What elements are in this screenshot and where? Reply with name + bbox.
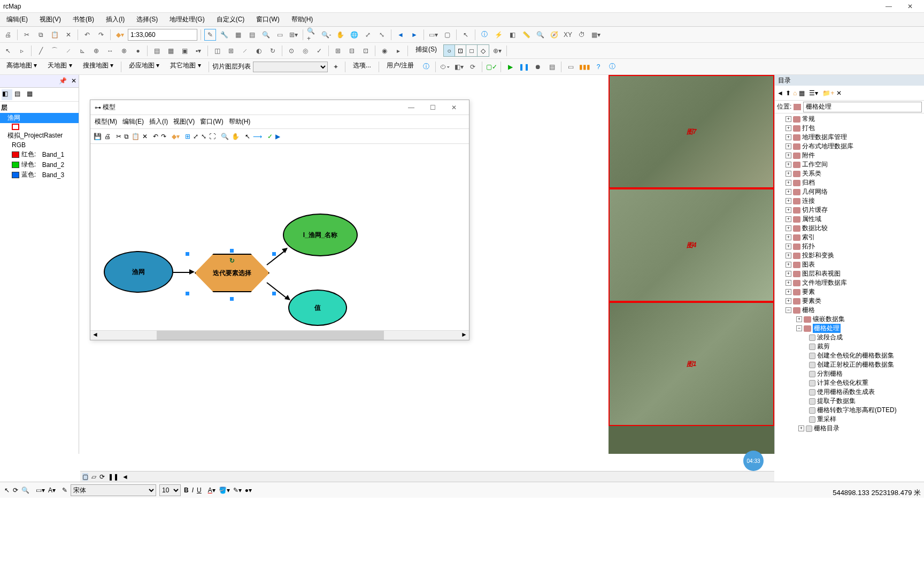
midpoint-icon[interactable]: ⊕ <box>90 45 102 57</box>
snap-intersection-icon[interactable]: ⊕▾ <box>491 45 503 57</box>
catalog-tool[interactable]: 重采样 <box>775 415 924 424</box>
snap-edge-icon[interactable]: ◇ <box>478 45 489 56</box>
model-run-icon[interactable]: ▶ <box>275 133 280 140</box>
edit-vertices-icon[interactable]: ▣ <box>179 45 190 57</box>
straight-segment-icon[interactable]: ╱ <box>35 45 47 57</box>
model-menu-view[interactable]: 视图(V) <box>173 117 195 126</box>
fixed-zoom-out-icon[interactable]: ⤡ <box>376 29 388 41</box>
model-node-input[interactable]: 渔网 <box>104 251 173 293</box>
layer-icon[interactable]: ◧▾ <box>453 61 465 73</box>
run-check-icon[interactable]: ▢✓ <box>486 61 497 73</box>
tianditu-button[interactable]: 天地图 ▾ <box>43 61 76 73</box>
catalog-item[interactable]: +地理数据库管理 <box>775 133 924 142</box>
catalog-tool[interactable]: 提取子数据集 <box>775 397 924 406</box>
model-menu-model[interactable]: 模型(M) <box>95 117 117 126</box>
model-min-button[interactable]: — <box>401 104 422 111</box>
tile-layer-select[interactable] <box>253 62 328 72</box>
model-cut-icon[interactable]: ✂ <box>116 133 121 140</box>
model-menu-insert[interactable]: 插入(I) <box>149 117 168 126</box>
expand-icon[interactable]: + <box>786 216 791 222</box>
select-elements-icon[interactable]: ↖ <box>460 29 472 41</box>
cat-home-icon[interactable]: ⌂ <box>793 89 797 97</box>
refresh-icon[interactable]: ⟳ <box>467 61 479 73</box>
expand-icon[interactable]: + <box>786 244 791 249</box>
expand-icon[interactable]: + <box>786 262 791 268</box>
catalog-item[interactable]: +图表 <box>775 260 924 269</box>
model-menu-edit[interactable]: 编辑(E) <box>122 117 144 126</box>
editor-icon[interactable]: ✎ <box>204 29 216 41</box>
parcel-icon[interactable]: ⊞ <box>332 45 344 57</box>
model-max-button[interactable]: ☐ <box>422 104 443 111</box>
catalog-item[interactable]: +分布式地理数据库 <box>775 142 924 151</box>
go-to-xy-icon[interactable]: XY <box>562 29 574 41</box>
draw-text-icon[interactable]: A▾ <box>48 486 56 494</box>
soso-map-button[interactable]: 搜搜地图 ▾ <box>79 61 118 73</box>
expand-icon[interactable]: + <box>786 162 791 168</box>
model-paste-icon[interactable]: 📋 <box>132 133 140 140</box>
draw-rect-icon[interactable]: ▭▾ <box>36 486 45 494</box>
arc-segment-icon[interactable]: ⌒ <box>49 45 60 57</box>
expand-icon[interactable]: − <box>796 325 802 331</box>
html-popup-icon[interactable]: ◧ <box>506 29 518 41</box>
expand-icon[interactable]: − <box>786 307 791 313</box>
expand-icon[interactable]: + <box>786 143 791 149</box>
catalog-tool[interactable]: 栅格转数字地形高程(DTED) <box>775 406 924 415</box>
close-button[interactable]: ✕ <box>899 3 921 10</box>
spatial-adj-icon[interactable]: ⊙ <box>286 45 297 57</box>
snap-vertex-icon[interactable]: □ <box>466 45 478 56</box>
model-menu-window[interactable]: 窗口(W) <box>200 117 223 126</box>
catalog-item[interactable]: +附件 <box>775 151 924 160</box>
model-validate-icon[interactable]: ✓ <box>267 133 273 140</box>
search-icon[interactable]: 🔍 <box>260 29 272 41</box>
redo-icon[interactable]: ↷ <box>95 29 107 41</box>
italic-icon[interactable]: I <box>192 486 194 494</box>
expand-icon[interactable]: + <box>786 271 791 277</box>
list-by-visibility-icon[interactable]: ▦ <box>26 89 37 100</box>
catalog-tool[interactable]: 创建正射校正的栅格数据集 <box>775 360 924 369</box>
pan-icon[interactable]: ✋ <box>334 29 346 41</box>
font-size-select[interactable]: 10 <box>159 484 181 496</box>
copy-icon[interactable]: ⧉ <box>35 29 47 41</box>
toc-band-red[interactable]: 红色: Band_1 <box>0 149 79 159</box>
validate-icon[interactable]: ✓ <box>313 45 325 57</box>
catalog-item[interactable]: +要素 <box>775 287 924 296</box>
expand-icon[interactable]: + <box>786 189 791 195</box>
report-icon[interactable]: ▭ <box>565 61 576 73</box>
distance-icon[interactable]: ↔ <box>104 45 116 57</box>
zoom-out-icon[interactable]: 🔍- <box>320 29 332 41</box>
catalog-item[interactable]: +拓扑 <box>775 242 924 251</box>
model-undo-icon[interactable]: ↶ <box>153 133 158 140</box>
marker-color-icon[interactable]: ●▾ <box>245 486 252 494</box>
cat-back-icon[interactable]: ◄ <box>777 89 783 97</box>
expand-icon[interactable]: + <box>786 134 791 140</box>
georef-icon[interactable]: ⊞ <box>225 45 237 57</box>
forward-icon[interactable]: ► <box>409 29 420 41</box>
time-icon[interactable]: ⏲▾ <box>439 61 451 73</box>
print-icon[interactable]: 🖨 <box>2 29 14 41</box>
drawing-left-icon[interactable]: ◄ <box>122 473 128 481</box>
catalog-item[interactable]: +几何网络 <box>775 187 924 196</box>
topology-icon[interactable]: ◎ <box>299 45 311 57</box>
cat-view-icon[interactable]: ☰▾ <box>809 89 818 97</box>
expand-icon[interactable]: + <box>798 425 804 431</box>
help-icon[interactable]: ? <box>592 61 604 73</box>
catalog-item[interactable]: +镶嵌数据集 <box>775 315 924 324</box>
expand-icon[interactable]: + <box>796 316 802 322</box>
expand-icon[interactable]: + <box>786 298 791 304</box>
model-zoom-icon[interactable]: 🔍 <box>221 133 229 140</box>
catalog-item[interactable]: +属性域 <box>775 215 924 224</box>
menu-view[interactable]: 视图(V) <box>36 14 64 25</box>
network-edit-icon[interactable]: ◫ <box>211 45 223 57</box>
cat-toggle-icon[interactable]: ▦ <box>799 89 805 97</box>
model-print-icon[interactable]: 🖨 <box>104 133 111 140</box>
toc-band-blue[interactable]: 蓝色: Band_3 <box>0 170 79 180</box>
list-by-source-icon[interactable]: ▤ <box>14 89 25 100</box>
edit-annotation-icon[interactable]: ▹ <box>16 45 28 57</box>
expand-icon[interactable]: + <box>786 153 791 158</box>
expand-icon[interactable]: + <box>786 225 791 231</box>
catalog-item[interactable]: +归档 <box>775 178 924 187</box>
sketch-tool-icon[interactable]: ▦ <box>165 45 176 57</box>
model-fixed-zoom-icon[interactable]: ⤡ <box>201 133 206 140</box>
menu-bookmarks[interactable]: 书签(B) <box>70 14 97 25</box>
parcel-construct-icon[interactable]: ⊡ <box>360 45 372 57</box>
